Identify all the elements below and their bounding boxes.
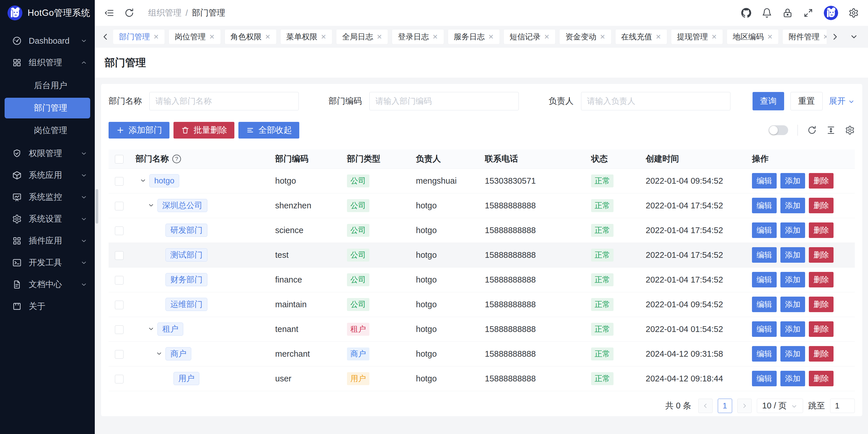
expand-row-icon[interactable] (148, 202, 157, 209)
add-department-button[interactable]: 添加部门 (108, 122, 169, 139)
row-checkbox[interactable] (115, 276, 124, 285)
reset-button[interactable]: 重置 (790, 92, 823, 110)
pagination-prev-button[interactable] (698, 399, 713, 413)
help-question-icon[interactable]: ? (172, 155, 181, 163)
pagination-page-1-button[interactable]: 1 (718, 399, 732, 413)
edit-button[interactable]: 编辑 (752, 321, 777, 337)
delete-button[interactable]: 删除 (809, 272, 834, 287)
delete-button[interactable]: 删除 (809, 297, 834, 312)
tab-2[interactable]: 角色权限✕ (225, 30, 276, 44)
collapse-sidebar-icon[interactable] (104, 8, 114, 18)
page-size-select[interactable]: 10 / 页 (757, 399, 803, 413)
edit-button[interactable]: 编辑 (752, 346, 777, 361)
row-checkbox[interactable] (115, 177, 124, 186)
tab-4[interactable]: 全局日志✕ (336, 30, 388, 44)
tab-close-icon[interactable]: ✕ (153, 34, 159, 40)
tab-5[interactable]: 登录日志✕ (392, 30, 443, 44)
fullscreen-icon[interactable] (803, 8, 813, 18)
edit-button[interactable]: 编辑 (752, 173, 777, 189)
tab-8[interactable]: 资金变动✕ (560, 30, 611, 44)
tab-close-icon[interactable]: ✕ (209, 34, 215, 40)
tab-close-icon[interactable]: ✕ (377, 34, 382, 40)
sidebar-subitem[interactable]: 后台用户 (5, 75, 90, 96)
tab-close-icon[interactable]: ✕ (656, 34, 661, 40)
striped-toggle-switch[interactable] (769, 125, 788, 135)
select-all-checkbox[interactable] (115, 155, 124, 164)
delete-button[interactable]: 删除 (809, 247, 834, 263)
sidebar-item-8[interactable]: 文档中心 (0, 273, 95, 295)
column-settings-gear-icon[interactable] (845, 125, 855, 135)
delete-button[interactable]: 删除 (809, 346, 834, 361)
sidebar-subitem[interactable]: 岗位管理 (5, 120, 90, 141)
notifications-bell-icon[interactable] (762, 8, 772, 18)
row-checkbox[interactable] (115, 202, 124, 210)
row-density-icon[interactable] (826, 125, 836, 135)
pagination-next-button[interactable] (737, 399, 752, 413)
tabs-scroll-right-icon[interactable] (831, 32, 839, 41)
sidebar-item-6[interactable]: 插件应用 (0, 230, 95, 252)
row-checkbox[interactable] (115, 301, 124, 309)
sidebar-item-0[interactable]: Dashboard (0, 30, 95, 52)
tab-11[interactable]: 地区编码✕ (727, 30, 778, 44)
row-checkbox[interactable] (115, 251, 124, 260)
lock-screen-icon[interactable] (782, 8, 793, 18)
sidebar-item-9[interactable]: 关于 (0, 295, 95, 317)
refresh-page-icon[interactable] (124, 8, 134, 18)
add-button[interactable]: 添加 (780, 198, 805, 213)
edit-button[interactable]: 编辑 (752, 371, 777, 386)
tab-close-icon[interactable]: ✕ (711, 34, 717, 40)
tab-close-icon[interactable]: ✕ (321, 34, 326, 40)
delete-button[interactable]: 删除 (809, 173, 834, 189)
tab-12[interactable]: 附件管理✕ (783, 30, 827, 44)
sidebar-item-5[interactable]: 系统设置 (0, 208, 95, 230)
sidebar-subitem[interactable]: 部门管理 (5, 98, 90, 118)
vertical-scrollbar[interactable] (96, 189, 98, 224)
expand-row-icon[interactable] (140, 177, 149, 184)
row-checkbox[interactable] (115, 325, 124, 334)
sidebar-item-3[interactable]: 系统应用 (0, 165, 95, 186)
expand-row-icon[interactable] (148, 325, 157, 333)
row-checkbox[interactable] (115, 375, 124, 383)
add-button[interactable]: 添加 (780, 272, 805, 287)
sidebar-logo-row[interactable]: HotGo管理系统 (0, 0, 95, 26)
filter-input-0[interactable] (149, 92, 299, 110)
tab-close-icon[interactable]: ✕ (488, 34, 494, 40)
add-button[interactable]: 添加 (780, 247, 805, 263)
delete-button[interactable]: 删除 (809, 371, 834, 386)
tab-3[interactable]: 菜单权限✕ (281, 30, 332, 44)
batch-delete-button[interactable]: 批量删除 (174, 122, 235, 139)
edit-button[interactable]: 编辑 (752, 198, 777, 213)
edit-button[interactable]: 编辑 (752, 247, 777, 263)
add-button[interactable]: 添加 (780, 371, 805, 386)
row-checkbox[interactable] (115, 350, 124, 359)
tab-6[interactable]: 服务日志✕ (448, 30, 499, 44)
tab-7[interactable]: 短信记录✕ (504, 30, 555, 44)
github-icon[interactable] (741, 8, 751, 18)
edit-button[interactable]: 编辑 (752, 297, 777, 312)
add-button[interactable]: 添加 (780, 223, 805, 238)
tab-close-icon[interactable]: ✕ (544, 34, 550, 40)
add-button[interactable]: 添加 (780, 297, 805, 312)
settings-gear-icon[interactable] (848, 8, 859, 18)
tabs-dropdown-icon[interactable] (849, 32, 858, 41)
breadcrumb-parent[interactable]: 组织管理 (148, 7, 182, 19)
tab-close-icon[interactable]: ✕ (600, 34, 605, 40)
edit-button[interactable]: 编辑 (752, 223, 777, 238)
edit-button[interactable]: 编辑 (752, 272, 777, 287)
tab-10[interactable]: 提现管理✕ (671, 30, 723, 44)
jump-to-page-input[interactable] (830, 399, 855, 413)
delete-button[interactable]: 删除 (809, 321, 834, 337)
reload-table-icon[interactable] (807, 125, 817, 135)
tabs-scroll-left-icon[interactable] (101, 32, 110, 41)
expand-filters-link[interactable]: 展开 (829, 95, 855, 107)
delete-button[interactable]: 删除 (809, 198, 834, 213)
search-button[interactable]: 查询 (752, 92, 784, 110)
add-button[interactable]: 添加 (780, 346, 805, 361)
row-checkbox[interactable] (115, 227, 124, 235)
add-button[interactable]: 添加 (780, 173, 805, 189)
filter-input-1[interactable] (369, 92, 519, 110)
filter-input-2[interactable] (581, 92, 731, 110)
sidebar-item-2[interactable]: 权限管理 (0, 143, 95, 165)
tab-0[interactable]: 部门管理✕ (113, 30, 164, 44)
tab-close-icon[interactable]: ✕ (767, 34, 773, 40)
